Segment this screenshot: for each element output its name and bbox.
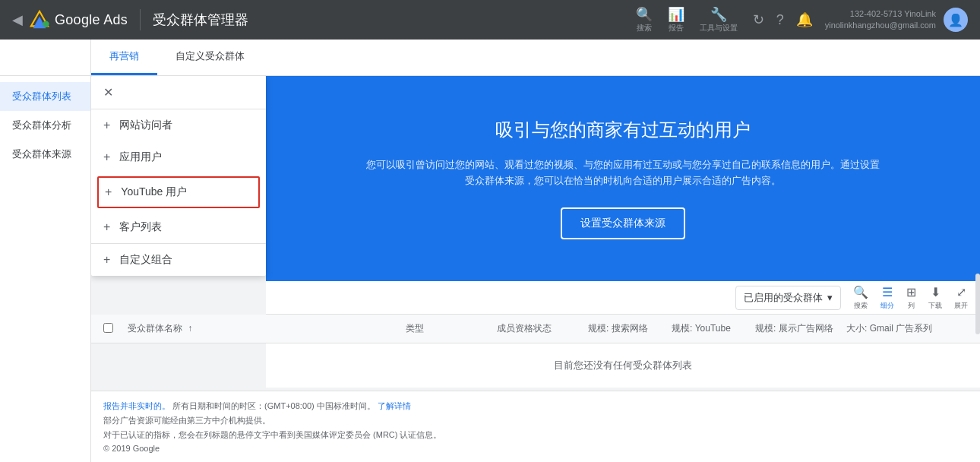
page-title: 受众群体管理器: [153, 11, 248, 29]
user-account: 132-402-5713 YinoLink: [825, 8, 936, 20]
download-icon: ⬇: [931, 285, 940, 299]
nav-icons: 🔍 搜索 📊 报告 🔧 工具与设置: [636, 6, 738, 33]
col-header-type[interactable]: 类型: [406, 322, 497, 335]
footer-line-3: 对于已认证的指标，您会在列标题的悬停文字中看到美国媒体评定委员会 (MRC) 认…: [103, 429, 968, 441]
footer-line-1: 报告并非实时的。 所有日期和时间的时区：(GMT+08:00) 中国标准时间。 …: [103, 400, 968, 412]
learn-more-link[interactable]: 了解详情: [378, 401, 411, 410]
sec-nav-tabs: 再营销 自定义受众群体: [91, 40, 980, 75]
app-name: Google Ads: [55, 12, 128, 28]
dropdown-close-button[interactable]: ✕: [91, 76, 266, 109]
search-icon: 🔍: [853, 285, 868, 299]
tools-label: 工具与设置: [700, 23, 738, 33]
content-area: ✕ + 网站访问者 + 应用用户 + YouTube 用户 + 客户列表 + 自…: [91, 76, 980, 462]
dropdown-item-app-users[interactable]: + 应用用户: [91, 141, 266, 173]
footer-copyright: © 2019 Google: [103, 444, 968, 453]
segment-icon: ☰: [882, 285, 893, 299]
report-link[interactable]: 报告并非实时的。: [103, 401, 170, 410]
user-text: 132-402-5713 YinoLink yinolinkhangzhou@g…: [825, 8, 936, 32]
user-email: yinolinkhangzhou@gmail.com: [825, 20, 936, 31]
vertical-scrollbar[interactable]: [975, 274, 980, 334]
report-suffix: 所有日期和时间的时区：(GMT+08:00) 中国标准时间。: [172, 401, 375, 410]
col-header-name[interactable]: 受众群体名称 ↑: [128, 322, 406, 335]
reports-label: 报告: [669, 23, 684, 33]
col-header-display[interactable]: 规模: 展示广告网络: [755, 322, 846, 335]
plus-icon: +: [105, 185, 112, 199]
dropdown-item-custom-combination[interactable]: + 自定义组合: [91, 243, 266, 276]
sidebar-item-audience-analysis[interactable]: 受众群体分析: [0, 111, 90, 140]
svg-point-2: [43, 21, 49, 27]
sec-nav-spacer: [0, 40, 91, 75]
audience-filter-dropdown[interactable]: 已启用的受众群体 ▾: [735, 286, 841, 310]
promo-section: 吸引与您的商家有过互动的用户 您可以吸引曾访问过您的网站、观看过您的视频、与您的…: [266, 76, 980, 281]
logo-icon: [29, 9, 50, 30]
dropdown-item-website-visitors[interactable]: + 网站访问者: [91, 109, 266, 141]
col-header-size[interactable]: 大小: Gmail 广告系列: [846, 322, 968, 335]
sidebar-item-audience-list[interactable]: 受众群体列表: [0, 82, 90, 111]
action-icons: ↻ ? 🔔: [753, 11, 813, 28]
expand-icon: ⤢: [956, 285, 966, 299]
reports-nav-item[interactable]: 📊 报告: [668, 6, 684, 33]
footer-line-2: 部分广告资源可能经由第三方中介机构提供。: [103, 415, 968, 426]
toolbar-download-button[interactable]: ⬇ 下载: [928, 285, 942, 311]
sidebar-item-audience-source[interactable]: 受众群体来源: [0, 140, 90, 169]
reports-icon: 📊: [668, 6, 684, 23]
select-all-checkbox[interactable]: [103, 323, 128, 335]
columns-icon: ⊞: [906, 285, 916, 299]
toolbar-expand-button[interactable]: ⤢ 展开: [954, 285, 968, 311]
table-header: 受众群体名称 ↑ 类型 成员资格状态 规模: 搜索网络 规模: YouTube …: [91, 315, 980, 343]
tools-icon: 🔧: [710, 6, 727, 23]
col-header-status[interactable]: 成员资格状态: [497, 322, 588, 335]
checkbox-input[interactable]: [103, 323, 113, 333]
add-audience-dropdown: ✕ + 网站访问者 + 应用用户 + YouTube 用户 + 客户列表 + 自…: [91, 76, 266, 276]
footer: 报告并非实时的。 所有日期和时间的时区：(GMT+08:00) 中国标准时间。 …: [91, 391, 980, 462]
tools-nav-item[interactable]: 🔧 工具与设置: [700, 6, 738, 33]
toolbar-segment-button[interactable]: ☰ 细分: [880, 285, 894, 311]
notifications-button[interactable]: 🔔: [796, 11, 813, 28]
back-button[interactable]: ◀: [12, 11, 23, 28]
plus-icon: +: [103, 253, 110, 267]
toolbar-icons: 🔍 搜索 ☰ 细分 ⊞ 列 ⬇ 下载 ⤢ 展开: [853, 285, 968, 311]
dropdown-item-youtube-users[interactable]: + YouTube 用户: [97, 176, 260, 208]
main-layout: 受众群体列表 受众群体分析 受众群体来源 ✕ + 网站访问者 + 应用用户 +: [0, 76, 980, 462]
help-button[interactable]: ?: [776, 12, 784, 28]
col-header-search[interactable]: 规模: 搜索网络: [588, 322, 672, 335]
avatar[interactable]: 👤: [944, 8, 968, 32]
dropdown-item-customer-list[interactable]: + 客户列表: [91, 211, 266, 243]
close-icon: ✕: [103, 85, 113, 100]
filter-label: 已启用的受众群体: [744, 291, 823, 305]
table-toolbar: 已启用的受众群体 ▾ 🔍 搜索 ☰ 细分 ⊞ 列 ⬇ 下载: [266, 281, 980, 315]
promo-description: 您可以吸引曾访问过您的网站、观看过您的视频、与您的应用有过互动或与您分享过自己的…: [365, 157, 881, 189]
table-empty-message: 目前您还没有任何受众群体列表: [266, 343, 980, 388]
nav-divider: [140, 9, 141, 30]
setup-source-button[interactable]: 设置受众群体来源: [561, 207, 685, 239]
user-info: 132-402-5713 YinoLink yinolinkhangzhou@g…: [825, 8, 968, 32]
plus-icon: +: [103, 220, 110, 234]
tab-remarketing[interactable]: 再营销: [91, 40, 157, 75]
search-label: 搜索: [637, 23, 652, 33]
plus-icon: +: [103, 119, 110, 132]
google-ads-logo: Google Ads: [29, 9, 128, 30]
search-icon: 🔍: [636, 6, 653, 23]
refresh-button[interactable]: ↻: [753, 11, 764, 28]
tab-custom-audiences[interactable]: 自定义受众群体: [157, 40, 263, 75]
secondary-navigation: 再营销 自定义受众群体: [0, 40, 980, 76]
toolbar-columns-button[interactable]: ⊞ 列: [906, 285, 916, 311]
search-nav-item[interactable]: 🔍 搜索: [636, 6, 653, 33]
promo-title: 吸引与您的商家有过互动的用户: [495, 118, 751, 142]
filter-chevron-icon: ▾: [827, 292, 833, 303]
sort-arrow-icon: ↑: [188, 323, 192, 334]
top-navigation: ◀ Google Ads 受众群体管理器 🔍 搜索 📊 报告 🔧 工具与设置 ↻…: [0, 0, 980, 40]
plus-icon: +: [103, 150, 110, 164]
col-header-youtube[interactable]: 规模: YouTube: [672, 322, 755, 335]
logo-area: Google Ads: [29, 9, 128, 30]
sidebar: 受众群体列表 受众群体分析 受众群体来源: [0, 76, 91, 462]
toolbar-search-button[interactable]: 🔍 搜索: [853, 285, 868, 311]
